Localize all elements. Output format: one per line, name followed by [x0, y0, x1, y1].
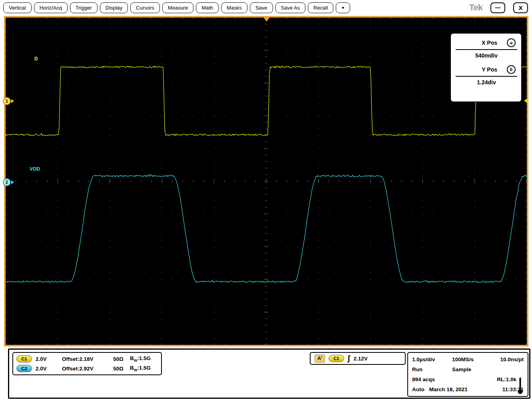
- menu-button-cursors[interactable]: Cursors: [130, 2, 160, 13]
- knob-b-badge: b: [507, 65, 516, 74]
- acq-count-row: 894 acqs RL:1.0k: [412, 374, 524, 384]
- y-pos-label: Y Pos: [482, 66, 497, 73]
- tek-logo: Tek: [469, 2, 488, 13]
- x-pos-value: 540mdiv: [456, 52, 517, 59]
- trigger-source-badge[interactable]: C1: [329, 355, 344, 362]
- trigger-position-marker-icon[interactable]: [263, 17, 270, 22]
- run-state: Run: [412, 366, 452, 372]
- menu-button-masks[interactable]: Masks: [221, 2, 247, 13]
- channel2-readout-row: C2 2.0V Offset:2.92V 50Ω BW:1.5G: [16, 365, 158, 372]
- acquisition-count: 894 acqs: [412, 376, 435, 382]
- run-state-row: Run Sample: [412, 364, 524, 374]
- menu-button-trigger[interactable]: Trigger: [70, 2, 98, 13]
- channel2-offset: Offset:2.92V: [62, 366, 113, 372]
- x-pos-label: X Pos: [482, 40, 497, 46]
- trace-label-vod: VOD: [30, 166, 40, 172]
- menu-button-math[interactable]: Math: [196, 2, 219, 13]
- menu-button-horiz-acq[interactable]: Horiz/Acq: [34, 2, 68, 13]
- menu-button-measure[interactable]: Measure: [162, 2, 194, 13]
- channel-readout-box: C1 2.0V Offset:2.18V 50Ω BW:1.5G C2 2.0V…: [12, 352, 162, 375]
- channel1-marker-number: 1: [3, 97, 11, 105]
- point-resolution-value: 10.0ns/pt: [500, 356, 524, 362]
- y-pos-value: 1.24div: [456, 79, 517, 86]
- channel2-badge[interactable]: C2: [16, 365, 32, 372]
- channel1-termination: 50Ω: [113, 356, 130, 362]
- date-value: March 18, 2021: [429, 386, 468, 392]
- menu-button-display[interactable]: Display: [100, 2, 128, 13]
- menu-button-save-as[interactable]: Save As: [275, 2, 306, 13]
- trigger-mode: Auto: [412, 386, 424, 392]
- channel2-bandwidth: BW:1.5G: [130, 365, 151, 372]
- channel2-position-marker[interactable]: 2: [3, 178, 14, 186]
- acquisition-mode: Sample: [452, 366, 471, 372]
- trigger-level-marker-icon[interactable]: [524, 98, 528, 103]
- menu-button-save[interactable]: Save: [250, 2, 273, 13]
- channel1-position-marker[interactable]: 1: [3, 97, 14, 105]
- multipurpose-pos-readout-box[interactable]: X Pos a 540mdiv Y Pos b 1.24div: [450, 33, 522, 102]
- close-button[interactable]: X: [513, 2, 528, 13]
- waveform-plot: [6, 18, 527, 345]
- record-length: RL:1.0k: [497, 376, 516, 382]
- spacer: [456, 59, 517, 65]
- trace-label-d: D: [34, 56, 38, 62]
- menu-button-vertical[interactable]: Vertical: [3, 2, 32, 13]
- channel1-readout-row: C1 2.0V Offset:2.18V 50Ω BW:1.5G: [16, 355, 158, 362]
- separator: [456, 76, 517, 77]
- channel1-scale: 2.0V: [36, 356, 62, 362]
- bottom-readout-bar: C1 2.0V Offset:2.18V 50Ω BW:1.5G C2 2.0V…: [8, 348, 530, 399]
- trigger-readout-box[interactable]: A' C1 ∫ 2.12V: [310, 352, 406, 365]
- channel1-marker-arrow-icon: [11, 99, 14, 103]
- sample-rate-value: 100MS/s: [452, 356, 474, 362]
- time-value: 11:33:31: [502, 386, 524, 392]
- datetime-row: Auto March 18, 2021 11:33:31: [412, 384, 524, 394]
- channel2-marker-arrow-icon: [11, 180, 14, 184]
- channel1-bandwidth: BW:1.5G: [130, 355, 151, 362]
- rising-edge-icon: ∫: [348, 354, 350, 362]
- menu-dropdown-button[interactable]: ▼: [336, 2, 350, 13]
- trigger-a-badge[interactable]: A': [315, 354, 325, 363]
- separator: [456, 49, 517, 50]
- channel2-scale: 2.0V: [36, 366, 62, 372]
- menu-button-recall[interactable]: Recall: [308, 2, 333, 13]
- timebase-value: 1.0µs/div: [412, 356, 452, 362]
- horizontal-acquisition-readout-box: 1.0µs/div 100MS/s 10.0ns/pt Run Sample 8…: [407, 352, 528, 397]
- timebase-row: 1.0µs/div 100MS/s 10.0ns/pt: [412, 354, 524, 364]
- channel2-marker-number: 2: [3, 178, 11, 186]
- channel1-offset: Offset:2.18V: [62, 356, 113, 362]
- minimize-button[interactable]: —: [490, 2, 505, 13]
- channel1-badge[interactable]: C1: [16, 355, 32, 362]
- y-pos-row: Y Pos b: [456, 65, 517, 74]
- channel2-termination: 50Ω: [113, 366, 130, 372]
- knob-a-badge: a: [507, 38, 516, 47]
- x-pos-row: X Pos a: [456, 38, 517, 47]
- trigger-level-value: 2.12V: [353, 356, 367, 362]
- graticule-display: D VOD 1 2 X Pos a 540mdiv Y Pos b 1.24di…: [4, 16, 528, 346]
- menu-bar: Vertical Horiz/Acq Trigger Display Curso…: [0, 0, 532, 15]
